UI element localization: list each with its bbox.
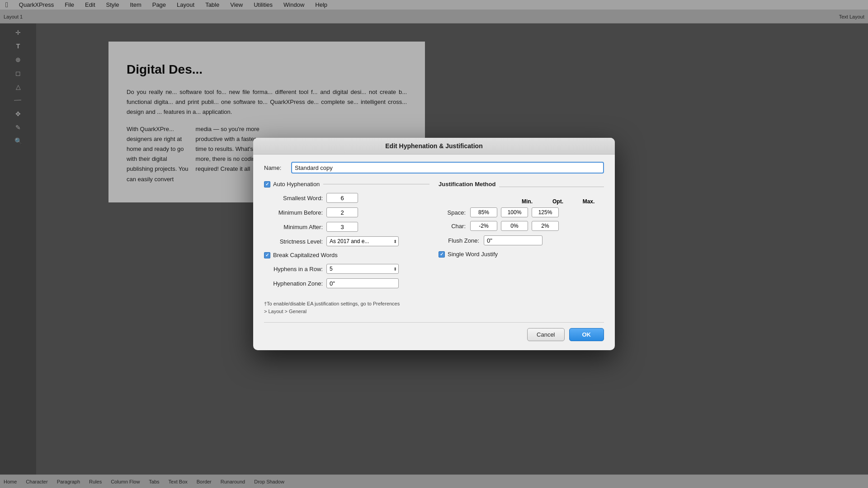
strictness-level-select[interactable]: As 2017 and e... Standard Strict bbox=[326, 236, 399, 246]
minimum-before-label: Minimum Before: bbox=[264, 209, 323, 216]
just-max-header: Max. bbox=[575, 198, 602, 205]
hyphenation-zone-row: Hyphenation Zone: bbox=[264, 278, 429, 288]
hyphens-in-row-row: Hyphens in a Row: 5 1234 678 ⬍ bbox=[264, 264, 429, 274]
minimum-after-input[interactable] bbox=[326, 222, 358, 232]
justification-header-row: Justification Method bbox=[439, 181, 604, 193]
space-opt-input[interactable] bbox=[501, 207, 528, 217]
minimum-after-row: Minimum After: bbox=[264, 222, 429, 232]
ok-button[interactable]: OK bbox=[569, 328, 604, 341]
hyphens-in-row-select[interactable]: 5 1234 678 bbox=[326, 264, 399, 274]
auto-hyphen-divider bbox=[323, 184, 429, 184]
strictness-level-label: Strictness Level: bbox=[264, 238, 323, 245]
edit-hj-dialog: Edit Hyphenation & Justification Name: A… bbox=[253, 138, 615, 350]
name-input[interactable] bbox=[291, 162, 604, 174]
hyphenation-zone-label: Hyphenation Zone: bbox=[264, 280, 323, 287]
flush-zone-row: Flush Zone: bbox=[439, 235, 604, 245]
space-min-input[interactable] bbox=[470, 207, 497, 217]
auto-hyphenation-label: Auto Hyphenation bbox=[273, 181, 320, 188]
just-col-headers: Min. Opt. Max. bbox=[439, 198, 602, 205]
just-opt-header: Opt. bbox=[544, 198, 571, 205]
char-min-input[interactable] bbox=[470, 221, 497, 231]
minimum-after-label: Minimum After: bbox=[264, 224, 323, 230]
footer-note-text: †To enable/disable EA justification sett… bbox=[264, 301, 400, 314]
single-word-justify-row: Single Word Justify bbox=[439, 251, 604, 258]
name-label: Name: bbox=[264, 164, 287, 171]
break-capitalized-checkbox[interactable] bbox=[264, 252, 270, 258]
space-max-input[interactable] bbox=[532, 207, 559, 217]
dialog-title: Edit Hyphenation & Justification bbox=[253, 138, 615, 155]
break-capitalized-row: Break Capitalized Words bbox=[264, 252, 429, 258]
two-column-layout: Auto Hyphenation Smallest Word: Minimum … bbox=[264, 181, 604, 293]
name-row: Name: bbox=[264, 162, 604, 174]
smallest-word-label: Smallest Word: bbox=[264, 195, 323, 202]
char-max-input[interactable] bbox=[532, 221, 559, 231]
auto-hyphenation-checkbox-row: Auto Hyphenation bbox=[264, 181, 320, 188]
minimum-before-row: Minimum Before: bbox=[264, 207, 429, 217]
smallest-word-row: Smallest Word: bbox=[264, 193, 429, 203]
justification-divider bbox=[499, 187, 604, 187]
space-row: Space: bbox=[439, 207, 604, 217]
just-min-header: Min. bbox=[514, 198, 541, 205]
right-column: Justification Method Min. Opt. Max. Spac… bbox=[439, 181, 604, 293]
hyphenation-zone-input[interactable] bbox=[326, 278, 399, 288]
char-inputs bbox=[470, 221, 559, 231]
space-inputs bbox=[470, 207, 559, 217]
flush-zone-input[interactable] bbox=[484, 235, 542, 245]
auto-hyphenation-checkbox[interactable] bbox=[264, 181, 270, 188]
char-row: Char: bbox=[439, 221, 604, 231]
flush-zone-label: Flush Zone: bbox=[439, 237, 484, 244]
hyphens-in-row-label: Hyphens in a Row: bbox=[264, 266, 323, 272]
smallest-word-input[interactable] bbox=[326, 193, 358, 203]
space-label: Space: bbox=[439, 209, 470, 216]
single-word-justify-label: Single Word Justify bbox=[448, 251, 498, 258]
single-word-justify-checkbox[interactable] bbox=[439, 251, 445, 258]
auto-hyphenation-header: Auto Hyphenation bbox=[264, 181, 429, 188]
minimum-before-input[interactable] bbox=[326, 207, 358, 217]
left-column: Auto Hyphenation Smallest Word: Minimum … bbox=[264, 181, 429, 293]
strictness-level-row: Strictness Level: As 2017 and e... Stand… bbox=[264, 236, 429, 246]
cancel-button[interactable]: Cancel bbox=[527, 328, 564, 341]
char-label: Char: bbox=[439, 223, 470, 230]
strictness-select-wrapper: As 2017 and e... Standard Strict ⬍ bbox=[326, 236, 399, 246]
footer-note: †To enable/disable EA justification sett… bbox=[264, 300, 604, 315]
char-opt-input[interactable] bbox=[501, 221, 528, 231]
hyphens-select-wrapper: 5 1234 678 ⬍ bbox=[326, 264, 399, 274]
justification-header: Justification Method bbox=[439, 181, 495, 188]
dialog-body: Name: Auto Hyphenation Smallest Word: bbox=[253, 155, 615, 350]
dialog-buttons: Cancel OK bbox=[264, 322, 604, 341]
break-capitalized-label: Break Capitalized Words bbox=[273, 252, 338, 258]
